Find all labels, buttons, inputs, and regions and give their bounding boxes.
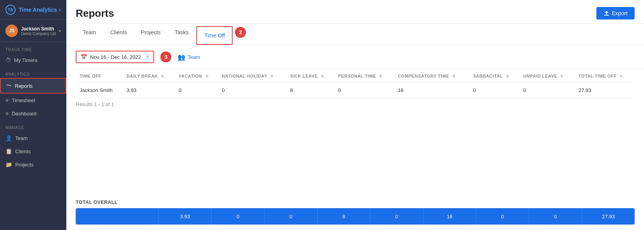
user-company: Demo Company Ltd <box>21 32 56 36</box>
sort-icon: ⇅ <box>619 74 623 78</box>
tab-tasks[interactable]: Tasks <box>168 24 196 45</box>
team-filter-label: Team <box>188 54 200 60</box>
projects-icon: 📁 <box>5 161 12 168</box>
sidebar-item-label: Team <box>15 135 28 141</box>
calendar-icon: 📅 <box>80 54 87 60</box>
sort-icon: ⇅ <box>452 74 455 78</box>
tab-timeoff-label: Time Off <box>204 32 225 39</box>
filter-badge-3: 3 <box>160 51 171 62</box>
main-content: Reports Export Team Clients Projects Tas… <box>66 0 644 230</box>
sidebar-item-label: Dashboard <box>12 111 37 117</box>
user-profile[interactable]: JS Jackson Smith Demo Company Ltd ▾ <box>0 20 66 42</box>
cell-daily-break: 3.93 <box>123 83 175 98</box>
cell-sick-leave: 8 <box>286 83 334 98</box>
timer-icon: ⏱ <box>5 57 11 63</box>
page-title: Reports <box>76 7 114 19</box>
user-name: Jackson Smith <box>21 26 56 32</box>
sidebar-item-dashboard[interactable]: ≡ Dashboard <box>0 107 66 120</box>
total-cell-daily-break: 3.93 <box>159 208 212 225</box>
sidebar-item-label: Projects <box>15 162 34 168</box>
table-row: Jackson Smith 3.93 0 0 8 0 16 0 0 27.93 <box>76 83 635 98</box>
sort-icon: ⇅ <box>161 74 164 78</box>
total-cell-compensatory-time: 16 <box>423 208 477 225</box>
export-button[interactable]: Export <box>596 7 635 19</box>
tabs-container: Team Clients Projects Tasks Time Off 2 <box>66 24 644 45</box>
total-cell-total-time-off: 27.93 <box>582 208 635 225</box>
sidebar-item-label: Reports <box>15 83 33 89</box>
table-header: TIME OFF DAILY BREAK ⇅ VACATION ⇅ NATION… <box>76 69 635 83</box>
total-section: TOTAL OVERALL 3.93 0 0 8 0 16 0 0 27.93 <box>66 196 644 230</box>
cell-personal-time: 0 <box>334 83 394 98</box>
sort-icon: ⇅ <box>379 74 382 78</box>
sort-icon: ⇅ <box>205 74 209 78</box>
table-body: Jackson Smith 3.93 0 0 8 0 16 0 0 27.93 <box>76 83 635 98</box>
sidebar-item-my-timers[interactable]: ⏱ My Timers <box>0 53 66 67</box>
sort-icon: ⇅ <box>321 74 324 78</box>
reports-icon: 〜 <box>6 82 12 89</box>
dashboard-icon: ≡ <box>5 110 9 117</box>
sidebar-section-analytics: ANALYTICS 〜 Reports ≡ Timesheet ≡ Dashbo… <box>0 67 66 120</box>
sidebar-item-reports[interactable]: 〜 Reports <box>0 78 66 94</box>
clients-icon: 📋 <box>5 148 12 154</box>
sidebar-item-projects[interactable]: 📁 Projects <box>0 158 66 171</box>
date-range-filter[interactable]: 📅 Nov 16 - Dec 16, 2022 ✕ <box>76 51 154 63</box>
sort-icon: ⇅ <box>560 74 564 78</box>
section-label-manage: MANAGE <box>0 120 66 131</box>
tab-clients[interactable]: Clients <box>103 24 134 45</box>
col-time-off: TIME OFF <box>76 69 123 83</box>
sidebar-header: TA Time Analytics ‹ <box>0 0 66 20</box>
sidebar-item-team[interactable]: 👤 Team <box>0 131 66 145</box>
export-label: Export <box>612 10 628 16</box>
sort-icon: ⇅ <box>270 74 274 78</box>
total-cell-sabbatical: 0 <box>476 208 529 225</box>
logo-circle: TA <box>5 5 16 15</box>
tab-team[interactable]: Team <box>76 24 103 45</box>
total-cell-personal-time: 0 <box>370 208 423 225</box>
section-label-track-time: TRACK TIME <box>0 42 66 53</box>
results-count: Results 1 - 1 of 1 <box>76 98 635 110</box>
time-off-table: TIME OFF DAILY BREAK ⇅ VACATION ⇅ NATION… <box>76 69 635 98</box>
team-filter[interactable]: 👥 Team <box>178 53 200 61</box>
cell-compensatory-time: 16 <box>394 83 469 98</box>
col-personal-time: PERSONAL TIME ⇅ <box>334 69 394 83</box>
cell-sabbatical: 0 <box>469 83 519 98</box>
cell-total-time-off: 27.93 <box>575 83 635 98</box>
sort-icon: ⇅ <box>506 74 509 78</box>
table-container: TIME OFF DAILY BREAK ⇅ VACATION ⇅ NATION… <box>66 69 644 196</box>
export-icon <box>603 10 610 16</box>
total-bar-name <box>76 208 159 225</box>
filters-row: 📅 Nov 16 - Dec 16, 2022 ✕ 3 👥 Team <box>66 45 644 69</box>
sidebar-item-timesheet[interactable]: ≡ Timesheet <box>0 94 66 107</box>
sidebar-section-manage: MANAGE 👤 Team 📋 Clients 📁 Projects <box>0 120 66 171</box>
sidebar-item-label: My Timers <box>14 57 37 63</box>
col-daily-break: DAILY BREAK ⇅ <box>123 69 175 83</box>
col-sabbatical: SABBACITAL ⇅ <box>469 69 519 83</box>
team-filter-icon: 👥 <box>178 53 185 61</box>
total-cell-vacation: 0 <box>212 208 265 225</box>
col-vacation: VACATION ⇅ <box>175 69 218 83</box>
tab-timeoff[interactable]: Time Off <box>196 26 233 45</box>
sidebar-item-label: Timesheet <box>12 97 35 103</box>
close-icon[interactable]: ✕ <box>146 54 149 60</box>
app-logo: TA Time Analytics <box>5 5 57 15</box>
timesheet-icon: ≡ <box>5 97 9 103</box>
total-label: TOTAL OVERALL <box>76 200 635 205</box>
total-cell-sick-leave: 8 <box>318 208 371 225</box>
collapse-icon[interactable]: ‹ <box>59 6 61 13</box>
col-sick-leave: SICK LEAVE ⇅ <box>286 69 334 83</box>
date-range-text: Nov 16 - Dec 16, 2022 <box>90 54 141 60</box>
col-national-holiday: NATIONAL HOLIDAY ⇅ <box>218 69 286 83</box>
team-icon: 👤 <box>5 135 12 141</box>
chevron-down-icon: ▾ <box>59 29 61 33</box>
col-compensatory-time: COMPENSATORY TIME ⇅ <box>394 69 469 83</box>
sidebar-item-clients[interactable]: 📋 Clients <box>0 145 66 158</box>
section-label-analytics: ANALYTICS <box>0 67 66 78</box>
sidebar-item-label: Clients <box>15 149 31 154</box>
sidebar-section-track-time: TRACK TIME ⏱ My Timers <box>0 42 66 67</box>
tab-projects[interactable]: Projects <box>134 24 168 45</box>
cell-unpaid-leave: 0 <box>519 83 575 98</box>
col-total-time-off: TOTAL TIME OFF ⇅ <box>575 69 635 83</box>
cell-name: Jackson Smith <box>76 83 123 98</box>
total-bar: 3.93 0 0 8 0 16 0 0 27.93 <box>76 208 635 225</box>
cell-vacation: 0 <box>175 83 218 98</box>
